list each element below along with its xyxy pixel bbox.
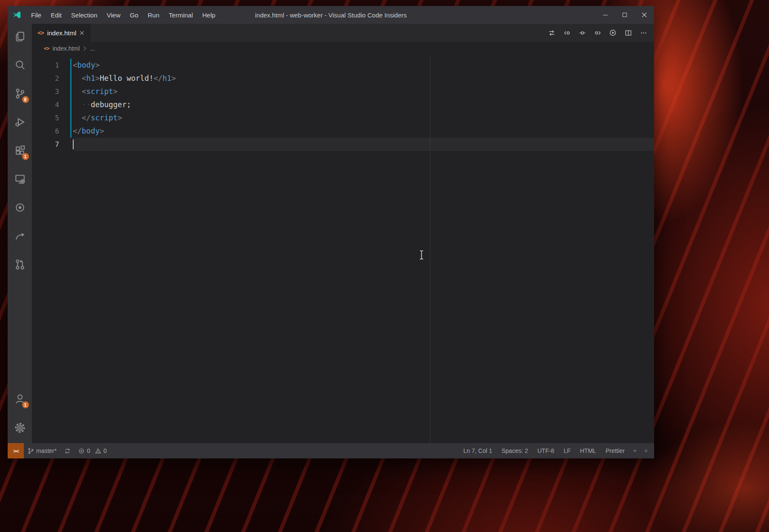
activity-explorer[interactable] [10, 26, 30, 47]
menu-item-terminal[interactable]: Terminal [164, 6, 198, 24]
line-number-3: 3 [32, 85, 73, 98]
activity-accounts[interactable]: 1 [10, 389, 30, 409]
sync-icon [64, 448, 71, 454]
editor-ruler [430, 55, 430, 443]
status-item-utf-8[interactable]: UTF-8 [533, 443, 559, 458]
warnings-icon [95, 448, 101, 454]
feedback-icon [633, 447, 637, 454]
maximize-icon [623, 13, 627, 17]
status-item-html[interactable]: HTML [575, 443, 601, 458]
code-line-3[interactable]: <script> [73, 85, 654, 98]
git-branch-item[interactable]: master* [24, 443, 60, 458]
close-button[interactable] [635, 6, 654, 24]
editor-column: <> index.html [32, 24, 654, 443]
sync-button[interactable] [60, 443, 74, 458]
notifications-button[interactable] [640, 443, 652, 458]
code-line-5[interactable]: </script> [73, 111, 654, 125]
activity-live-preview[interactable] [10, 197, 30, 218]
split-editor-icon [625, 29, 632, 37]
compare-changes-button[interactable] [545, 26, 558, 39]
menu-item-run[interactable]: Run [143, 6, 164, 24]
line-number-1: 1 [32, 59, 73, 72]
pull-request-icon [14, 259, 26, 270]
menu-item-file[interactable]: File [26, 6, 46, 24]
activity-settings[interactable] [10, 418, 30, 438]
remote-icon: >< [13, 448, 18, 454]
tab-close-icon[interactable] [80, 31, 84, 35]
html-file-icon: <> [37, 29, 44, 36]
activity-search[interactable] [10, 55, 30, 75]
live-share-icon [14, 230, 26, 242]
status-item-spaces-2[interactable]: Spaces: 2 [497, 443, 532, 458]
code-line-7[interactable] [73, 138, 654, 151]
vscode-insiders-logo-icon [8, 6, 26, 24]
window-controls [595, 6, 654, 24]
line-number-6: 6 [32, 125, 73, 138]
menu-item-help[interactable]: Help [197, 6, 220, 24]
status-item-ln-7-col-1[interactable]: Ln 7, Col 1 [459, 443, 497, 458]
line-number-2: 2 [32, 72, 73, 85]
run-circle-icon [609, 29, 617, 37]
line-number-4: 4 [32, 98, 73, 111]
problems-item[interactable]: 0 0 [74, 443, 111, 458]
split-editor-button[interactable] [622, 26, 635, 39]
breadcrumb-more[interactable]: ... [90, 45, 95, 52]
remote-explorer-icon [14, 174, 26, 185]
code-editor[interactable]: 1234567 <body> <h1>Hello world!</h1> <sc… [32, 55, 654, 443]
run-file-button[interactable] [606, 26, 619, 39]
activity-bar: 8 1 1 [8, 24, 32, 443]
status-item-prettier[interactable]: Prettier [601, 443, 629, 458]
gutter-indicators-button[interactable] [576, 26, 589, 39]
status-right: Ln 7, Col 1Spaces: 2UTF-8LFHTMLPrettier [459, 443, 654, 458]
live-preview-icon [14, 202, 26, 213]
menu-item-edit[interactable]: Edit [46, 6, 66, 24]
menu-item-selection[interactable]: Selection [66, 6, 102, 24]
code-line-2[interactable]: <h1>Hello world!</h1> [73, 72, 654, 85]
more-actions-icon [640, 29, 647, 37]
code-line-4[interactable]: ··debugger; [73, 98, 654, 111]
activity-bar-bottom: 1 [10, 389, 30, 443]
activity-run-debug[interactable] [10, 112, 30, 132]
minimize-icon [603, 15, 608, 15]
activity-github-pr[interactable] [10, 254, 30, 275]
code-lines: <body> <h1>Hello world!</h1> <script> ··… [73, 59, 654, 443]
activity-extensions[interactable]: 1 [10, 140, 30, 161]
files-icon [14, 31, 26, 42]
previous-change-button[interactable] [560, 26, 573, 39]
code-line-1[interactable]: <body> [73, 59, 654, 72]
gutter: 1234567 [32, 59, 73, 443]
chevron-right-icon [83, 46, 86, 51]
status-bar: >< master* 0 0 Ln 7, Col 1Spaces: 2UTF-8… [8, 443, 654, 458]
bell-icon [644, 447, 648, 454]
close-icon [642, 12, 647, 17]
tab-label: index.html [47, 29, 76, 37]
feedback-button[interactable] [629, 443, 640, 458]
activity-source-control[interactable]: 8 [10, 83, 30, 104]
titlebar: FileEditSelectionViewGoRunTerminalHelp i… [8, 6, 654, 24]
maximize-button[interactable] [615, 6, 635, 24]
status-item-lf[interactable]: LF [559, 443, 575, 458]
gear-icon [14, 422, 26, 433]
minimize-button[interactable] [595, 6, 615, 24]
vscode-window: FileEditSelectionViewGoRunTerminalHelp i… [8, 6, 654, 458]
breadcrumb: <> index.html ... [32, 42, 654, 55]
menu-item-view[interactable]: View [102, 6, 125, 24]
code-line-6[interactable]: </body> [73, 125, 654, 138]
breadcrumb-file[interactable]: index.html [52, 45, 80, 52]
next-change-button[interactable] [591, 26, 604, 39]
menu-bar: FileEditSelectionViewGoRunTerminalHelp [26, 6, 220, 24]
menu-item-go[interactable]: Go [125, 6, 143, 24]
branch-name: master* [36, 447, 57, 454]
source-control-badge: 8 [22, 96, 29, 103]
compare-changes-icon [548, 29, 555, 37]
activity-live-share[interactable] [10, 226, 30, 246]
more-actions-button[interactable] [637, 26, 650, 39]
extensions-badge: 1 [22, 153, 29, 160]
gutter-indicators-icon [579, 29, 586, 37]
errors-icon [78, 448, 85, 454]
previous-change-icon [563, 29, 571, 37]
tab-index-html[interactable]: <> index.html [32, 24, 90, 42]
warnings-count: 0 [103, 447, 107, 454]
activity-remote-explorer[interactable] [10, 169, 30, 189]
remote-indicator[interactable]: >< [8, 443, 24, 458]
